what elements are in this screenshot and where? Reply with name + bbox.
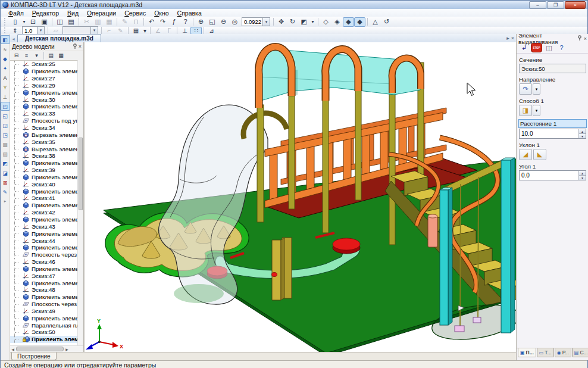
direction-dropdown-icon[interactable]: ▾ — [533, 83, 540, 95]
create-object-button[interactable]: ↲ — [518, 43, 530, 52]
zoom-scale-combo[interactable]: 0.0922▾ — [242, 17, 270, 26]
scrollbar-thumb[interactable] — [16, 347, 64, 351]
restore-button[interactable]: ❐ — [547, 1, 564, 9]
orientation-button[interactable]: ◩ — [298, 17, 309, 27]
combo-dropdown-icon[interactable]: ▾ — [90, 27, 98, 35]
grid-button[interactable]: ▦ — [130, 27, 142, 35]
tab-construction[interactable]: Построение — [11, 353, 57, 360]
wireframe-button[interactable]: ◇ — [320, 17, 331, 27]
tab-thin-wall[interactable]: ▭Т... — [537, 348, 554, 357]
tree-item[interactable]: Эскиз:29 — [10, 82, 83, 89]
tree-item[interactable]: Эскиз:47 — [10, 272, 83, 279]
menu-вид[interactable]: Вид — [63, 10, 83, 17]
rotate-button[interactable]: ↻ — [287, 17, 298, 27]
zoom-out-button[interactable]: ⊖ — [218, 17, 229, 27]
tree-item[interactable]: Эскиз:46 — [10, 258, 83, 266]
shell-button[interactable]: ✎ — [1, 188, 10, 197]
attributes-button[interactable]: ⌐ — [104, 27, 115, 35]
save-button[interactable]: ▣ — [39, 17, 50, 27]
tree-horizontal-scrollbar[interactable]: ◀ ▶ — [10, 345, 83, 352]
shaded-button[interactable]: ◆ — [343, 17, 354, 27]
menu-справка[interactable]: Справка — [173, 10, 206, 17]
tree-item[interactable]: Приклеить элемент в — [10, 160, 83, 167]
tree-item[interactable]: Эскиз:42 — [10, 209, 83, 216]
distance-input[interactable] — [520, 129, 580, 138]
spatial-curves-button[interactable]: ≈ — [1, 45, 10, 54]
tree-item[interactable]: Плоскость через три — [10, 251, 83, 258]
close-button[interactable]: × — [565, 1, 586, 9]
close-panel-icon[interactable]: × — [79, 44, 82, 49]
open-button[interactable]: ⊡ — [27, 17, 39, 27]
tree-item[interactable]: Приклеить элемент в — [10, 244, 83, 251]
tree-item[interactable]: Приклеить элемент в — [10, 216, 83, 223]
undo-button[interactable]: ↶ — [146, 17, 157, 27]
edit-part-button[interactable]: ◧ — [1, 35, 10, 44]
tree-item[interactable]: Приклеить элемент в — [10, 174, 83, 181]
hidden-lines-button[interactable]: ◈ — [331, 17, 343, 27]
tree-item[interactable]: Вырезать элемент вы — [10, 131, 83, 138]
print-preview-button[interactable]: ◫ — [54, 17, 65, 27]
detail-b-button[interactable]: ▨ — [1, 149, 10, 158]
3d-viewport[interactable]: Y X Z — [84, 42, 517, 352]
tree-structure-button[interactable]: ⊟ — [11, 51, 21, 60]
menu-операции[interactable]: Операции — [83, 10, 120, 17]
method-dropdown-icon[interactable]: ▾ — [533, 105, 540, 116]
tree-item[interactable]: Приклеить элемент в — [10, 188, 83, 195]
tree-item[interactable]: Эскиз:50 — [10, 329, 83, 336]
document-tab[interactable]: Детская площадка.m3d — [17, 34, 101, 42]
tree-item[interactable]: Плоскость через три — [10, 301, 83, 308]
new-document-dropdown[interactable]: ▾ — [21, 17, 27, 27]
tree-item[interactable]: Эскиз:48 — [10, 286, 83, 294]
model-tree-list[interactable]: Эскиз:25Приклеить элемент вЭскиз:27Эскиз… — [10, 60, 83, 346]
tab-result[interactable]: ◉Р... — [555, 348, 571, 357]
measure-button[interactable]: ⊓ — [130, 17, 142, 27]
paste-button[interactable]: ▦ — [104, 17, 115, 27]
copy-style-button[interactable]: ✎ — [119, 17, 130, 27]
new-document-button[interactable]: ▯ — [10, 17, 21, 27]
slope-outward-button[interactable]: ◢ — [519, 149, 532, 160]
grid-dropdown[interactable]: ▾ — [142, 27, 148, 35]
direction-button[interactable]: ↷ — [519, 83, 532, 95]
revolve-button[interactable]: ◱ — [1, 111, 10, 120]
angle-input[interactable] — [520, 171, 580, 180]
tree-item[interactable]: Приклеить элемент — [10, 336, 83, 343]
tree-item[interactable]: Плоскость под углом — [10, 117, 83, 124]
perspective-button[interactable]: △ — [370, 17, 381, 27]
zoom-in-button[interactable]: ⊕ — [195, 17, 207, 27]
preview-button[interactable]: ◫ — [543, 43, 555, 52]
relations-button[interactable]: ▤ — [46, 51, 56, 60]
combo-dropdown-icon[interactable]: ▾ — [37, 27, 44, 35]
help-button[interactable]: ? — [556, 43, 567, 52]
menu-сервис[interactable]: Сервис — [120, 10, 150, 17]
close-panel-icon[interactable]: × — [584, 36, 587, 42]
tab-close-icon[interactable]: × — [511, 35, 514, 41]
tree-item[interactable]: Эскиз:43 — [10, 223, 83, 230]
tree-item[interactable]: Приклеить элемент в — [10, 89, 83, 96]
measurements-button[interactable]: Y — [1, 83, 10, 92]
redo-button[interactable]: ↷ — [157, 17, 168, 27]
shaded-edges-button[interactable]: ◆ — [354, 17, 365, 27]
menu-окно[interactable]: Окно — [150, 10, 173, 17]
tree-item[interactable]: Эскиз:27 — [10, 75, 83, 82]
tree-item[interactable]: Эскиз:25 — [10, 61, 83, 68]
scroll-right-arrow-icon[interactable]: ▶ — [64, 347, 70, 351]
fillet-button[interactable]: ⊠ — [1, 178, 10, 187]
minimize-button[interactable]: – — [529, 1, 546, 9]
pin-icon[interactable] — [73, 43, 77, 50]
extrude-button[interactable]: ◰ — [1, 102, 10, 111]
tab-parameters[interactable]: ▣П... — [518, 348, 536, 357]
auxiliary-geometry-button[interactable]: ✦ — [1, 64, 10, 73]
tree-item[interactable]: Эскиз:40 — [10, 180, 83, 188]
tree-item[interactable]: Эскиз:41 — [10, 195, 83, 202]
detail-a-button[interactable]: ▩ — [1, 140, 10, 149]
spin-down-icon[interactable]: ▼ — [579, 176, 586, 180]
tree-item[interactable]: Приклеить элемент в — [10, 314, 83, 322]
zoom-all-button[interactable]: ◎ — [229, 17, 240, 27]
document-manager-button[interactable]: ▤ — [65, 17, 77, 27]
tree-item[interactable]: Приклеить элемент в — [10, 230, 83, 237]
snap-button[interactable]: ⊥ — [179, 27, 190, 35]
section-field[interactable]: Эскиз:50 — [519, 64, 586, 73]
tab-properties[interactable]: ▤С... — [572, 348, 588, 357]
style-pen-button[interactable]: ✎ — [115, 27, 126, 35]
tree-item[interactable]: Эскиз:39 — [10, 167, 83, 174]
